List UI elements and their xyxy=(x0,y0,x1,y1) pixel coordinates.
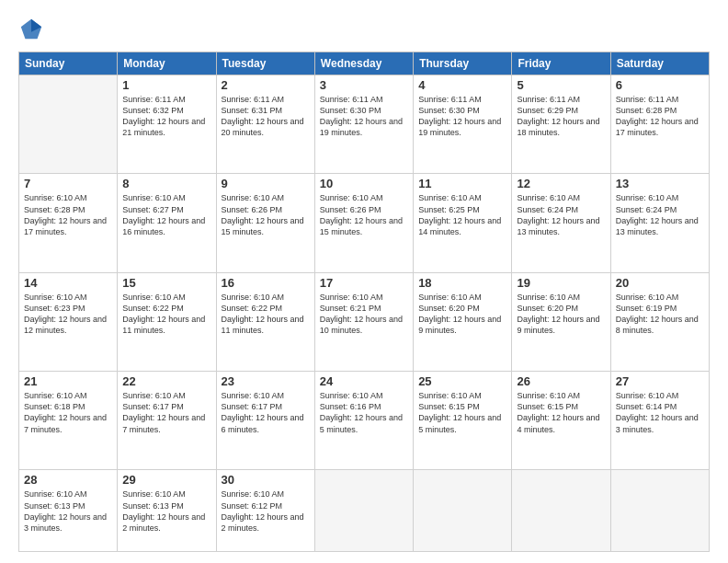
day-number: 15 xyxy=(122,276,210,290)
day-info: Sunrise: 6:10 AM Sunset: 6:27 PM Dayligh… xyxy=(122,192,210,237)
day-info: Sunrise: 6:10 AM Sunset: 6:15 PM Dayligh… xyxy=(418,390,506,435)
day-number: 14 xyxy=(24,276,112,290)
day-number: 4 xyxy=(418,78,506,92)
day-info: Sunrise: 6:10 AM Sunset: 6:25 PM Dayligh… xyxy=(418,192,506,237)
week-row-0: 1Sunrise: 6:11 AM Sunset: 6:32 PM Daylig… xyxy=(19,75,710,174)
weekday-header-row: SundayMondayTuesdayWednesdayThursdayFrid… xyxy=(19,52,710,75)
calendar-cell: 20Sunrise: 6:10 AM Sunset: 6:19 PM Dayli… xyxy=(610,272,709,371)
calendar-cell: 22Sunrise: 6:10 AM Sunset: 6:17 PM Dayli… xyxy=(118,372,216,470)
day-info: Sunrise: 6:10 AM Sunset: 6:18 PM Dayligh… xyxy=(24,390,112,435)
day-number: 26 xyxy=(517,374,605,388)
day-number: 12 xyxy=(517,177,605,190)
weekday-header-saturday: Saturday xyxy=(610,52,709,75)
calendar-cell xyxy=(610,470,709,552)
day-info: Sunrise: 6:11 AM Sunset: 6:30 PM Dayligh… xyxy=(320,94,408,139)
day-info: Sunrise: 6:11 AM Sunset: 6:30 PM Dayligh… xyxy=(418,94,506,139)
calendar-cell: 23Sunrise: 6:10 AM Sunset: 6:17 PM Dayli… xyxy=(216,372,314,470)
day-info: Sunrise: 6:10 AM Sunset: 6:22 PM Dayligh… xyxy=(122,292,210,337)
day-number: 22 xyxy=(122,374,210,388)
day-info: Sunrise: 6:10 AM Sunset: 6:13 PM Dayligh… xyxy=(122,488,210,534)
weekday-header-tuesday: Tuesday xyxy=(216,52,314,75)
day-info: Sunrise: 6:10 AM Sunset: 6:23 PM Dayligh… xyxy=(24,292,112,337)
day-info: Sunrise: 6:10 AM Sunset: 6:24 PM Dayligh… xyxy=(616,192,704,237)
day-number: 2 xyxy=(222,78,310,92)
day-number: 8 xyxy=(122,177,210,190)
day-number: 24 xyxy=(320,374,408,388)
day-number: 5 xyxy=(517,78,605,92)
calendar-cell: 24Sunrise: 6:10 AM Sunset: 6:16 PM Dayli… xyxy=(314,372,413,470)
day-number: 21 xyxy=(24,374,112,388)
day-info: Sunrise: 6:10 AM Sunset: 6:21 PM Dayligh… xyxy=(320,292,408,337)
weekday-header-friday: Friday xyxy=(512,52,610,75)
calendar-cell: 30Sunrise: 6:10 AM Sunset: 6:12 PM Dayli… xyxy=(216,470,314,552)
calendar-table: SundayMondayTuesdayWednesdayThursdayFrid… xyxy=(18,52,710,552)
calendar-cell: 5Sunrise: 6:11 AM Sunset: 6:29 PM Daylig… xyxy=(512,75,610,174)
calendar-cell: 13Sunrise: 6:10 AM Sunset: 6:24 PM Dayli… xyxy=(610,174,709,272)
day-info: Sunrise: 6:10 AM Sunset: 6:15 PM Dayligh… xyxy=(517,390,605,435)
day-info: Sunrise: 6:10 AM Sunset: 6:24 PM Dayligh… xyxy=(517,192,605,237)
calendar-cell: 10Sunrise: 6:10 AM Sunset: 6:26 PM Dayli… xyxy=(314,174,413,272)
day-number: 10 xyxy=(320,177,408,190)
weekday-header-wednesday: Wednesday xyxy=(314,52,413,75)
day-info: Sunrise: 6:11 AM Sunset: 6:31 PM Dayligh… xyxy=(222,94,310,139)
logo-icon xyxy=(18,17,44,42)
day-number: 28 xyxy=(24,473,112,487)
day-info: Sunrise: 6:10 AM Sunset: 6:20 PM Dayligh… xyxy=(418,292,506,337)
calendar-cell: 2Sunrise: 6:11 AM Sunset: 6:31 PM Daylig… xyxy=(216,75,314,174)
calendar-cell: 16Sunrise: 6:10 AM Sunset: 6:22 PM Dayli… xyxy=(216,272,314,371)
calendar-cell: 26Sunrise: 6:10 AM Sunset: 6:15 PM Dayli… xyxy=(512,372,610,470)
day-number: 18 xyxy=(418,276,506,290)
day-info: Sunrise: 6:11 AM Sunset: 6:28 PM Dayligh… xyxy=(616,94,704,139)
day-number: 11 xyxy=(418,177,506,190)
calendar-cell: 18Sunrise: 6:10 AM Sunset: 6:20 PM Dayli… xyxy=(414,272,512,371)
calendar-cell: 15Sunrise: 6:10 AM Sunset: 6:22 PM Dayli… xyxy=(118,272,216,371)
day-info: Sunrise: 6:10 AM Sunset: 6:17 PM Dayligh… xyxy=(122,390,210,435)
day-number: 3 xyxy=(320,78,408,92)
day-info: Sunrise: 6:10 AM Sunset: 6:19 PM Dayligh… xyxy=(616,292,704,337)
calendar-cell: 28Sunrise: 6:10 AM Sunset: 6:13 PM Dayli… xyxy=(19,470,118,552)
day-number: 20 xyxy=(616,276,704,290)
day-info: Sunrise: 6:10 AM Sunset: 6:13 PM Dayligh… xyxy=(24,488,112,534)
calendar-cell: 11Sunrise: 6:10 AM Sunset: 6:25 PM Dayli… xyxy=(414,174,512,272)
day-number: 25 xyxy=(418,374,506,388)
day-info: Sunrise: 6:10 AM Sunset: 6:17 PM Dayligh… xyxy=(222,390,310,435)
calendar-cell xyxy=(19,75,118,174)
week-row-2: 14Sunrise: 6:10 AM Sunset: 6:23 PM Dayli… xyxy=(19,272,710,371)
calendar-cell xyxy=(512,470,610,552)
weekday-header-sunday: Sunday xyxy=(19,52,118,75)
week-row-1: 7Sunrise: 6:10 AM Sunset: 6:28 PM Daylig… xyxy=(19,174,710,272)
calendar-cell: 7Sunrise: 6:10 AM Sunset: 6:28 PM Daylig… xyxy=(19,174,118,272)
calendar-cell: 4Sunrise: 6:11 AM Sunset: 6:30 PM Daylig… xyxy=(414,75,512,174)
calendar-cell: 3Sunrise: 6:11 AM Sunset: 6:30 PM Daylig… xyxy=(314,75,413,174)
calendar-cell: 19Sunrise: 6:10 AM Sunset: 6:20 PM Dayli… xyxy=(512,272,610,371)
calendar-cell xyxy=(314,470,413,552)
day-number: 17 xyxy=(320,276,408,290)
day-number: 9 xyxy=(222,177,310,190)
day-info: Sunrise: 6:10 AM Sunset: 6:28 PM Dayligh… xyxy=(24,192,112,237)
day-info: Sunrise: 6:10 AM Sunset: 6:14 PM Dayligh… xyxy=(616,390,704,435)
calendar-cell: 9Sunrise: 6:10 AM Sunset: 6:26 PM Daylig… xyxy=(216,174,314,272)
day-number: 27 xyxy=(616,374,704,388)
calendar-cell: 29Sunrise: 6:10 AM Sunset: 6:13 PM Dayli… xyxy=(118,470,216,552)
calendar-cell: 17Sunrise: 6:10 AM Sunset: 6:21 PM Dayli… xyxy=(314,272,413,371)
day-info: Sunrise: 6:10 AM Sunset: 6:22 PM Dayligh… xyxy=(222,292,310,337)
day-number: 16 xyxy=(222,276,310,290)
day-number: 7 xyxy=(24,177,112,190)
day-number: 23 xyxy=(222,374,310,388)
day-info: Sunrise: 6:11 AM Sunset: 6:32 PM Dayligh… xyxy=(122,94,210,139)
calendar-cell: 25Sunrise: 6:10 AM Sunset: 6:15 PM Dayli… xyxy=(414,372,512,470)
day-number: 13 xyxy=(616,177,704,190)
calendar-cell: 12Sunrise: 6:10 AM Sunset: 6:24 PM Dayli… xyxy=(512,174,610,272)
day-number: 19 xyxy=(517,276,605,290)
day-number: 29 xyxy=(122,473,210,487)
day-number: 30 xyxy=(222,473,310,487)
day-info: Sunrise: 6:10 AM Sunset: 6:26 PM Dayligh… xyxy=(222,192,310,237)
week-row-3: 21Sunrise: 6:10 AM Sunset: 6:18 PM Dayli… xyxy=(19,372,710,470)
calendar-cell: 1Sunrise: 6:11 AM Sunset: 6:32 PM Daylig… xyxy=(118,75,216,174)
week-row-4: 28Sunrise: 6:10 AM Sunset: 6:13 PM Dayli… xyxy=(19,470,710,552)
logo xyxy=(18,17,48,42)
calendar-cell: 21Sunrise: 6:10 AM Sunset: 6:18 PM Dayli… xyxy=(19,372,118,470)
calendar-cell: 14Sunrise: 6:10 AM Sunset: 6:23 PM Dayli… xyxy=(19,272,118,371)
header xyxy=(18,17,710,42)
weekday-header-thursday: Thursday xyxy=(414,52,512,75)
